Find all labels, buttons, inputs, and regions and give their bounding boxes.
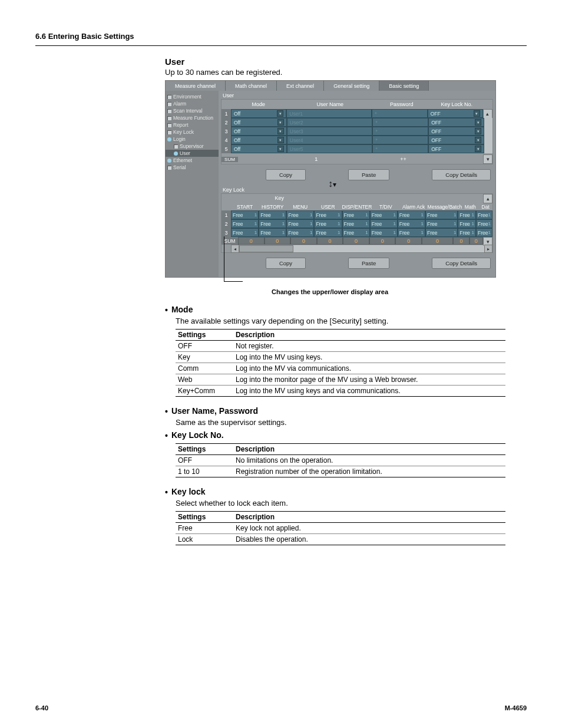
- keylock-cell[interactable]: Free1: [314, 210, 342, 219]
- tab-math-channel[interactable]: Math channel: [226, 81, 277, 91]
- tree-ethernet[interactable]: Ethernet: [166, 157, 219, 164]
- keylockno-select[interactable]: OFF▾: [428, 127, 484, 136]
- keylock-cell[interactable]: Free1: [342, 210, 370, 219]
- keylock-cell[interactable]: Free1: [458, 219, 476, 228]
- tree-environment[interactable]: Environment: [166, 93, 219, 100]
- user-name-field[interactable]: User2: [287, 118, 373, 127]
- copy-details-button[interactable]: Copy Details: [432, 169, 491, 180]
- chevron-down-icon[interactable]: ▾: [475, 119, 481, 126]
- keylock-cell[interactable]: Free1: [458, 228, 476, 237]
- user-name-field[interactable]: User1: [286, 109, 372, 118]
- user-name-field[interactable]: User4: [287, 136, 373, 144]
- keylock-cell[interactable]: Free1: [370, 228, 398, 237]
- keylock-cell[interactable]: Free1: [259, 228, 286, 237]
- kl-copy-button[interactable]: Copy: [266, 258, 306, 269]
- keylock-cell[interactable]: Free1: [286, 228, 314, 237]
- user-name-field[interactable]: User3: [287, 127, 373, 136]
- scroll-down-icon[interactable]: ▾: [483, 154, 492, 164]
- keylock-cell[interactable]: Free1: [425, 228, 458, 237]
- keylockno-select[interactable]: OFF▾: [428, 109, 483, 118]
- chevron-down-icon[interactable]: ▾: [277, 137, 284, 143]
- tree-supervisor[interactable]: Supervisor: [166, 143, 219, 150]
- collapse-icon[interactable]: [174, 151, 178, 156]
- paste-button[interactable]: Paste: [348, 169, 389, 180]
- kl-copy-details-button[interactable]: Copy Details: [432, 258, 491, 269]
- expand-icon[interactable]: [174, 144, 178, 149]
- kl-paste-button[interactable]: Paste: [348, 258, 389, 269]
- keylock-cell[interactable]: Free1: [314, 228, 342, 237]
- expand-icon[interactable]: [167, 116, 171, 120]
- keylock-cell[interactable]: Free1: [314, 219, 342, 228]
- keylock-cell[interactable]: Free1: [398, 219, 425, 228]
- keylock-cell[interactable]: Free1: [342, 219, 370, 228]
- horizontal-scrollbar[interactable]: ◂ ▸: [231, 245, 492, 252]
- keylock-cell[interactable]: Free1: [259, 219, 286, 228]
- tab-general-setting[interactable]: General setting: [324, 81, 379, 91]
- keylock-cell[interactable]: Free1: [398, 228, 425, 237]
- keylock-cell[interactable]: Free1: [458, 210, 476, 219]
- mode-select[interactable]: Off▾: [231, 144, 287, 153]
- tree-login[interactable]: Login: [166, 136, 219, 143]
- chevron-down-icon[interactable]: ▾: [474, 110, 480, 117]
- chevron-down-icon[interactable]: ▾: [277, 146, 284, 152]
- password-field[interactable]: *: [372, 144, 428, 153]
- split-handle-icon[interactable]: ↕▾: [328, 179, 336, 189]
- expand-icon[interactable]: [167, 102, 171, 106]
- keylock-cell[interactable]: Free1: [231, 210, 259, 219]
- keylock-cell[interactable]: Free1: [342, 228, 370, 237]
- tree-report[interactable]: Report: [166, 121, 219, 129]
- keylock-cell[interactable]: Free1: [425, 210, 458, 219]
- keylock-cell[interactable]: Free1: [286, 219, 314, 228]
- expand-icon[interactable]: [167, 109, 171, 113]
- scroll-right-icon[interactable]: ▸: [484, 245, 492, 253]
- tree-scan-interval[interactable]: Scan Interval: [166, 107, 219, 114]
- tab-measure-channel[interactable]: Measure channel: [166, 81, 226, 91]
- chevron-down-icon[interactable]: ▾: [475, 146, 481, 152]
- keylock-cell[interactable]: Free1: [370, 210, 398, 219]
- chevron-down-icon[interactable]: ▾: [277, 128, 284, 134]
- password-field[interactable]: *: [372, 136, 428, 144]
- keylock-cell[interactable]: Free1: [231, 219, 259, 228]
- scroll-left-icon[interactable]: ◂: [231, 245, 239, 253]
- keylockno-select[interactable]: OFF▾: [428, 144, 484, 153]
- tree-user[interactable]: User: [166, 150, 219, 157]
- expand-icon[interactable]: [167, 95, 171, 99]
- expand-icon[interactable]: [167, 130, 171, 134]
- chevron-down-icon[interactable]: ▾: [277, 110, 283, 117]
- expand-icon[interactable]: [167, 123, 171, 127]
- tree-alarm[interactable]: Alarm: [166, 100, 219, 107]
- keylockno-select[interactable]: OFF▾: [428, 136, 484, 144]
- password-field[interactable]: *: [372, 109, 427, 118]
- tree-key-lock[interactable]: Key Lock: [166, 129, 219, 136]
- collapse-icon[interactable]: [167, 137, 171, 141]
- keylock-cell[interactable]: Free1: [476, 228, 492, 237]
- mode-select[interactable]: Off▾: [231, 118, 287, 127]
- collapse-icon[interactable]: [167, 159, 171, 163]
- keylock-cell[interactable]: Free1: [476, 210, 492, 219]
- tree-serial[interactable]: Serial: [166, 164, 219, 171]
- keylock-cell[interactable]: Free1: [398, 210, 425, 219]
- keylock-cell[interactable]: Free1: [425, 219, 458, 228]
- password-field[interactable]: *: [372, 127, 428, 136]
- password-field[interactable]: *: [372, 118, 428, 127]
- tab-ext-channel[interactable]: Ext channel: [277, 81, 324, 91]
- mode-select[interactable]: Off▾: [231, 127, 287, 136]
- keylock-cell[interactable]: Free1: [476, 219, 492, 228]
- expand-icon[interactable]: [167, 166, 171, 170]
- mode-select[interactable]: Off▾: [231, 136, 287, 144]
- tree-measure-function[interactable]: Measure Function: [166, 114, 219, 121]
- user-name-field[interactable]: User5: [287, 144, 373, 153]
- chevron-down-icon[interactable]: ▾: [475, 137, 481, 143]
- tab-basic-setting[interactable]: Basic setting: [379, 81, 429, 91]
- chevron-down-icon[interactable]: ▾: [475, 128, 481, 134]
- copy-button[interactable]: Copy: [266, 169, 306, 180]
- keylock-cell[interactable]: Free1: [286, 210, 314, 219]
- scroll-up-icon[interactable]: ▴: [483, 194, 492, 203]
- scroll-up-icon[interactable]: ▴: [483, 109, 492, 118]
- keylockno-select[interactable]: OFF▾: [428, 118, 484, 127]
- chevron-down-icon[interactable]: ▾: [277, 119, 284, 126]
- keylock-cell[interactable]: Free1: [259, 210, 286, 219]
- keylock-cell[interactable]: Free1: [370, 219, 398, 228]
- keylock-cell[interactable]: Free1: [231, 228, 259, 237]
- mode-select[interactable]: Off▾: [231, 109, 286, 118]
